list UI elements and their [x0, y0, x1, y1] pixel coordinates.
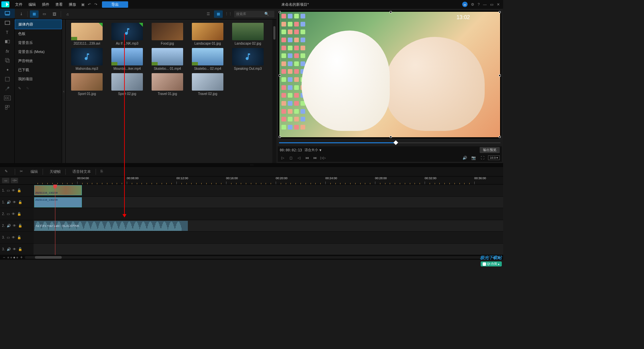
cut-icon[interactable]: ✂: [20, 169, 25, 174]
view-detail-icon[interactable]: ⋮⋮: [224, 10, 233, 18]
filter-video-icon[interactable]: ▭: [40, 10, 49, 18]
menu-plugin[interactable]: 插件: [39, 0, 52, 9]
speech-to-text-label[interactable]: 语音转文本: [72, 169, 91, 174]
media-item[interactable]: Sport 01.jpg: [67, 73, 107, 96]
media-item[interactable]: Travel 01.jpg: [148, 73, 187, 96]
rail-template-icon[interactable]: [0, 103, 15, 112]
volume-icon[interactable]: 🔊: [462, 155, 468, 161]
settings-icon[interactable]: ⚙: [471, 2, 474, 7]
prev-frame-icon[interactable]: ◁: [296, 155, 302, 161]
visibility-icon[interactable]: 👁: [12, 189, 15, 192]
lock-icon[interactable]: 🔓: [17, 236, 21, 239]
rail-subtitle-icon[interactable]: CC: [4, 96, 11, 100]
panel-divider[interactable]: ⋯: [0, 163, 503, 167]
crop-handle-rc[interactable]: [499, 74, 501, 77]
snap-toggle-icon[interactable]: ⊣⊢: [11, 178, 18, 183]
media-item[interactable]: Travel 02.jpg: [188, 73, 227, 96]
category-color-board[interactable]: 色板: [15, 29, 62, 38]
zoom-out-icon[interactable]: −: [2, 255, 6, 259]
lock-icon[interactable]: 🔓: [17, 212, 21, 216]
rewind-icon[interactable]: ⏮: [304, 155, 310, 161]
crop-handle-tl[interactable]: [279, 11, 281, 13]
visibility-icon[interactable]: 👁: [12, 236, 15, 239]
rail-fx-icon[interactable]: fx: [0, 46, 15, 56]
video-clip[interactable]: 20231116_130239: [34, 185, 82, 195]
track-body[interactable]: 20231116_130239: [34, 185, 503, 196]
menu-view[interactable]: 查看: [52, 0, 66, 9]
visibility-icon[interactable]: 👁: [13, 247, 16, 251]
track-body[interactable]: [34, 208, 503, 220]
collapse-handle[interactable]: ‹: [62, 19, 66, 163]
export-button[interactable]: 导出: [102, 1, 128, 8]
media-item[interactable]: Speaking Out.mp3: [228, 48, 268, 70]
rail-overlay-icon[interactable]: [0, 56, 15, 65]
next-frame-icon[interactable]: ▷▷: [320, 155, 326, 161]
lock-icon[interactable]: 🔓: [18, 247, 22, 251]
rail-transition-icon[interactable]: [0, 37, 15, 46]
track-body[interactable]: As If It's Your Last - BLACKPINK: [34, 220, 503, 231]
visibility-icon[interactable]: 👁: [13, 224, 16, 228]
visibility-icon[interactable]: 👁: [13, 200, 16, 204]
scrollbar-vertical[interactable]: [273, 26, 275, 40]
scrub-head[interactable]: [393, 140, 398, 145]
media-item[interactable]: Food.jpg: [148, 23, 187, 45]
audio-clip[interactable]: As If It's Your Last - BLACKPINK: [34, 221, 188, 231]
track-body[interactable]: [34, 244, 503, 255]
view-list-icon[interactable]: ☰: [204, 10, 213, 18]
forward-icon[interactable]: ⏭: [312, 155, 318, 161]
crop-handle-bc[interactable]: [390, 136, 392, 138]
copy-icon[interactable]: ⎘: [101, 169, 106, 174]
track-body[interactable]: [34, 232, 503, 243]
visibility-icon[interactable]: 👁: [12, 212, 15, 216]
rail-text-icon[interactable]: T: [0, 28, 15, 37]
category-my-projects[interactable]: 我的项目: [15, 74, 62, 84]
media-item[interactable]: Landscape 02.jpg: [228, 23, 268, 45]
media-item[interactable]: Skatebo... 02.mp4: [188, 48, 227, 70]
zoom-dropdown[interactable]: 适合大小 ▼: [305, 148, 322, 152]
category-downloaded[interactable]: 已下载: [15, 65, 62, 74]
time-ruler[interactable]: 00:04:0000:08:0000:12:0000:16:0000:20:00…: [34, 177, 503, 184]
output-preview-button[interactable]: 输出预览: [480, 147, 500, 153]
crop-handle-br[interactable]: [499, 136, 501, 138]
minimize-icon[interactable]: —: [483, 2, 487, 6]
search-box[interactable]: 🔍: [234, 11, 274, 17]
rail-media-icon[interactable]: [0, 9, 15, 18]
rail-sticker-icon[interactable]: [0, 74, 15, 84]
filter-image-icon[interactable]: 🖼: [50, 10, 59, 18]
track-view-toggle-icon[interactable]: ▭: [2, 178, 9, 183]
timeline-scrollbar[interactable]: [25, 256, 490, 259]
maximize-icon[interactable]: ▭: [490, 2, 493, 7]
category-bgm[interactable]: 背景音乐: [15, 38, 62, 47]
media-item[interactable]: 2023111...239.avi: [67, 23, 107, 45]
media-item[interactable]: Skatebo... 01.mp4: [148, 48, 187, 70]
category-bgm-meta[interactable]: 背景音乐 (Meta): [15, 47, 62, 56]
undo-icon[interactable]: ↶: [88, 2, 91, 7]
lock-icon[interactable]: 🔓: [18, 224, 22, 228]
media-item[interactable]: Mahoroba.mp3: [67, 48, 107, 70]
crop-handle-tr[interactable]: [499, 11, 501, 13]
rail-image-icon[interactable]: [0, 18, 15, 28]
track-body[interactable]: 20231116_130239: [34, 197, 503, 208]
snapshot-icon[interactable]: 📷: [471, 155, 477, 161]
view-grid-icon[interactable]: ▦: [214, 10, 223, 18]
scrub-bar[interactable]: [278, 139, 502, 146]
keyframe-label[interactable]: 关键帧: [50, 169, 61, 174]
tag-add-icon[interactable]: ✎: [18, 86, 24, 92]
filter-audio-icon[interactable]: ♫: [63, 10, 72, 18]
menu-file[interactable]: 文件: [12, 0, 25, 9]
zoom-in-icon[interactable]: +: [19, 255, 23, 259]
lock-icon[interactable]: 🔓: [18, 200, 22, 204]
preview-viewport[interactable]: 13:02: [278, 10, 502, 139]
filter-all-icon[interactable]: ▦: [30, 10, 39, 18]
import-icon[interactable]: ⤓: [17, 10, 25, 18]
crop-handle-bl[interactable]: [279, 136, 281, 138]
brush-icon[interactable]: ✎: [5, 169, 10, 174]
help-icon[interactable]: ?: [478, 2, 480, 6]
crop-handle-tc[interactable]: [390, 11, 392, 13]
menu-edit[interactable]: 编辑: [25, 0, 39, 9]
cloud-icon[interactable]: ☁: [462, 2, 468, 7]
search-input[interactable]: [236, 12, 263, 16]
fullscreen-icon[interactable]: ⛶: [479, 155, 485, 161]
layout-save-icon[interactable]: ▣: [81, 2, 85, 7]
menu-play[interactable]: 播放: [66, 0, 79, 9]
